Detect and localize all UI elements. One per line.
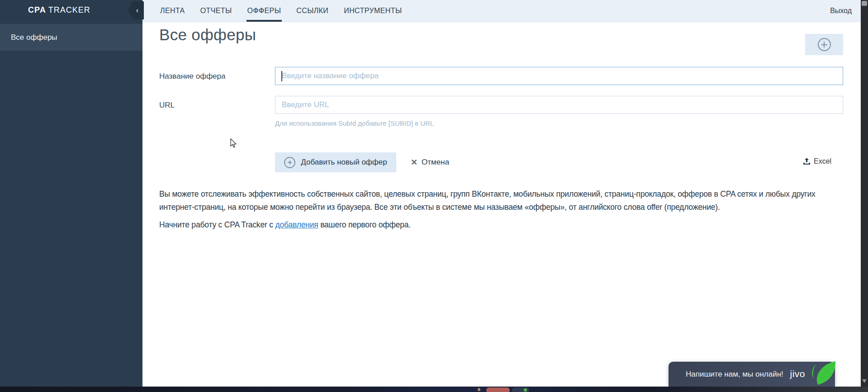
scroll-down-arrow-icon[interactable] bbox=[862, 379, 867, 383]
app-logo[interactable]: CPATRACKER bbox=[28, 5, 90, 15]
logo-bold-part: CPA bbox=[28, 5, 46, 14]
bottom-edge-strip bbox=[0, 387, 868, 392]
chat-message: Напишите нам, мы онлайн! bbox=[686, 370, 783, 379]
strip-decoration bbox=[486, 387, 510, 392]
main-content: Все офферы Название оффера URL Для испол… bbox=[142, 22, 861, 387]
subid-hint: Для использования SubId добавьте [SUBID]… bbox=[275, 119, 434, 127]
strip-decoration bbox=[512, 387, 529, 392]
intro-paragraph: Вы можете отслеживать эффективность собс… bbox=[159, 188, 843, 214]
text-caret bbox=[281, 71, 282, 81]
scrollbar-thumb[interactable] bbox=[862, 1, 867, 6]
sidebar-collapse-button[interactable]: ‹ bbox=[128, 1, 144, 19]
vertical-scrollbar[interactable] bbox=[861, 0, 868, 387]
submit-button-label: Добавить новый оффер bbox=[301, 158, 387, 167]
offer-name-label: Название оффера bbox=[159, 72, 225, 81]
tab-offery[interactable]: ОФФЕРЫ bbox=[247, 0, 282, 22]
logo-rest-part: TRACKER bbox=[48, 5, 90, 14]
app-window: CPATRACKER ‹ ЛЕНТА ОТЧЕТЫ ОФФЕРЫ ССЫЛКИ … bbox=[0, 0, 868, 392]
upload-icon bbox=[803, 157, 811, 165]
tab-instrumenty[interactable]: ИНСТРУМЕНТЫ bbox=[343, 0, 403, 22]
offer-name-input[interactable] bbox=[275, 67, 843, 85]
page-title: Все офферы bbox=[159, 26, 256, 44]
tab-otchety[interactable]: ОТЧЕТЫ bbox=[199, 0, 233, 22]
jivo-leaf-icon bbox=[810, 361, 836, 386]
plus-circle-icon bbox=[284, 157, 295, 168]
close-icon: ✕ bbox=[411, 157, 417, 167]
add-offer-link[interactable]: добавления bbox=[275, 220, 318, 229]
brand-header: CPATRACKER ‹ bbox=[0, 0, 142, 22]
url-label: URL bbox=[159, 101, 175, 110]
top-navigation: ЛЕНТА ОТЧЕТЫ ОФФЕРЫ ССЫЛКИ ИНСТРУМЕНТЫ В… bbox=[142, 0, 861, 22]
sidebar-item-all-offers[interactable]: Все офферы bbox=[0, 24, 142, 51]
chevron-left-icon: ‹ bbox=[136, 6, 138, 14]
tab-lenta[interactable]: ЛЕНТА bbox=[159, 0, 186, 22]
excel-export-button[interactable]: Excel bbox=[803, 157, 831, 165]
add-offer-button[interactable] bbox=[805, 34, 843, 55]
chat-widget[interactable]: Напишите нам, мы онлайн! jivo bbox=[669, 362, 835, 387]
url-input[interactable] bbox=[275, 96, 843, 114]
logout-link[interactable]: Выход bbox=[830, 0, 861, 22]
getting-started-paragraph: Начните работу с CPA Tracker с добавлени… bbox=[159, 220, 411, 230]
strip-decoration bbox=[478, 388, 480, 391]
sidebar: Все офферы bbox=[0, 22, 142, 387]
excel-button-label: Excel bbox=[814, 157, 831, 165]
start-text-after: вашего первого оффера. bbox=[318, 220, 411, 229]
jivo-logo: jivo bbox=[790, 368, 805, 379]
cancel-button-label: Отмена bbox=[422, 158, 449, 167]
plus-circle-icon bbox=[818, 38, 831, 51]
strip-decoration bbox=[524, 388, 527, 392]
submit-new-offer-button[interactable]: Добавить новый оффер bbox=[275, 152, 396, 172]
tab-ssylki[interactable]: ССЫЛКИ bbox=[295, 0, 329, 22]
start-text-before: Начните работу с CPA Tracker с bbox=[159, 220, 275, 229]
cancel-button[interactable]: ✕ Отмена bbox=[411, 152, 449, 172]
